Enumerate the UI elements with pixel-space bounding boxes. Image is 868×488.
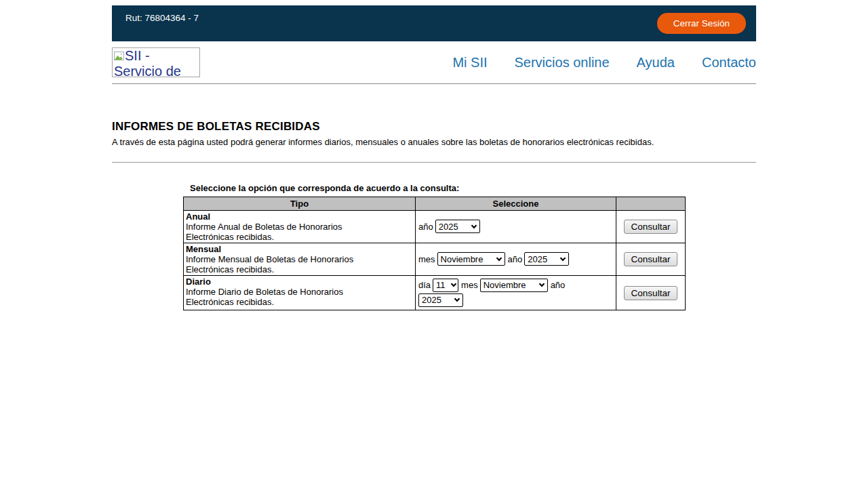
row-desc-anual: Informe Anual de Boletas de Honorarios E… xyxy=(186,222,388,242)
mensual-year-select[interactable]: 2025 xyxy=(524,252,569,266)
diario-day-label: día xyxy=(418,280,431,290)
page-container: Rut: 76804364 - 7 Cerrar Sesión SII - Se… xyxy=(112,5,756,310)
page-intro: A través de esta página usted podrá gene… xyxy=(112,137,756,147)
diario-year-select[interactable]: 2025 xyxy=(418,293,463,307)
table-row-diario: Diario Informe Diario de Boletas de Hono… xyxy=(184,276,686,310)
intro-divider xyxy=(112,162,756,163)
nav-servicios-online[interactable]: Servicios online xyxy=(515,55,610,70)
row-type-diario: Diario xyxy=(186,277,413,287)
row-desc-diario: Informe Diario de Boletas de Honorarios … xyxy=(186,287,388,307)
column-header-tipo: Tipo xyxy=(184,197,416,211)
diario-month-select[interactable]: Noviembre xyxy=(480,279,548,292)
site-header: SII - Servicio de Mi SII Servicios onlin… xyxy=(112,41,756,83)
diario-day-select[interactable]: 11 xyxy=(433,279,458,292)
main-nav: Mi SII Servicios online Ayuda Contacto xyxy=(452,55,756,70)
table-row-mensual: Mensual Informe Mensual de Boletas de Ho… xyxy=(184,243,686,276)
column-header-action xyxy=(616,197,686,211)
sii-logo-broken-image[interactable]: SII - Servicio de xyxy=(112,47,200,77)
header-divider xyxy=(112,83,756,84)
page-title: INFORMES DE BOLETAS RECIBIDAS xyxy=(112,120,756,134)
logout-button[interactable]: Cerrar Sesión xyxy=(657,13,746,34)
mensual-month-select[interactable]: Noviembre xyxy=(437,252,505,266)
anual-year-select[interactable]: 2025 xyxy=(435,220,480,233)
nav-mi-sii[interactable]: Mi SII xyxy=(452,55,487,70)
broken-image-icon xyxy=(114,50,124,64)
anual-year-label: año xyxy=(418,222,433,232)
table-row-anual: Anual Informe Anual de Boletas de Honora… xyxy=(184,211,686,243)
diario-year-label: año xyxy=(551,280,566,290)
column-header-seleccione: Seleccione xyxy=(416,197,616,211)
nav-contacto[interactable]: Contacto xyxy=(702,55,756,70)
nav-ayuda[interactable]: Ayuda xyxy=(637,55,675,70)
mensual-consultar-button[interactable]: Consultar xyxy=(624,252,678,266)
anual-consultar-button[interactable]: Consultar xyxy=(624,220,678,234)
mensual-month-label: mes xyxy=(418,254,435,264)
consulta-section: Seleccione la opción que corresponda de … xyxy=(183,183,685,310)
informes-table: Tipo Seleccione Anual Informe Anual de B… xyxy=(183,197,686,310)
diario-consultar-button[interactable]: Consultar xyxy=(624,286,678,300)
session-topbar: Rut: 76804364 - 7 Cerrar Sesión xyxy=(112,5,756,41)
consulta-prompt: Seleccione la opción que corresponda de … xyxy=(183,183,685,193)
mensual-year-label: año xyxy=(508,254,523,264)
diario-month-label: mes xyxy=(461,280,478,290)
row-type-mensual: Mensual xyxy=(186,244,413,254)
table-header-row: Tipo Seleccione xyxy=(184,197,686,211)
row-desc-mensual: Informe Mensual de Boletas de Honorarios… xyxy=(186,254,388,274)
rut-label: Rut: 76804364 - 7 xyxy=(125,13,199,41)
row-type-anual: Anual xyxy=(186,211,413,222)
